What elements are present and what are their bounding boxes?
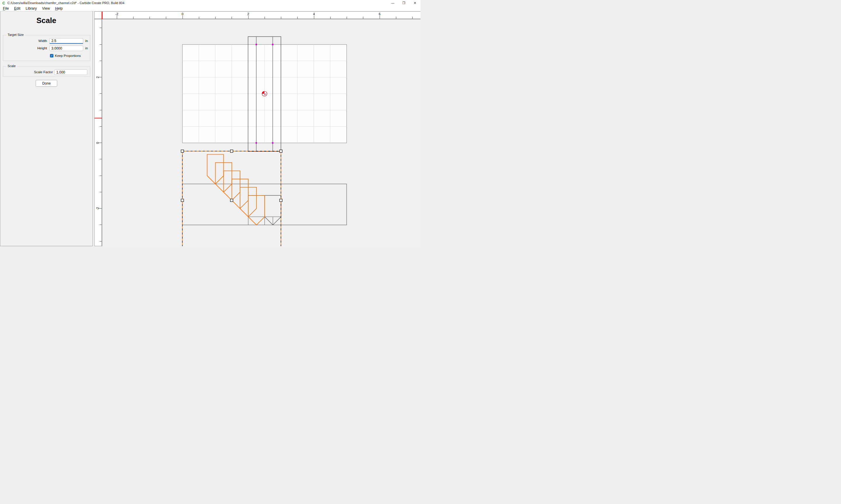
- design-canvas[interactable]: [102, 19, 421, 246]
- scale-panel: Scale Target Size Width in Height in ✓ K…: [0, 11, 93, 246]
- ruler-tick: [314, 16, 314, 19]
- ruler-tick: [100, 159, 102, 159]
- close-button[interactable]: ✕: [409, 0, 420, 6]
- ruler-tick: [199, 17, 199, 19]
- ruler-tick: [281, 17, 281, 19]
- menu-item-library[interactable]: Library: [26, 6, 37, 11]
- ruler-tick: [248, 16, 248, 19]
- ruler-tick: [380, 16, 380, 19]
- scale-factor-label: Scale Factor: [18, 70, 53, 74]
- height-input[interactable]: [49, 46, 83, 51]
- ruler-tick: [100, 126, 102, 127]
- scale-group: Scale Scale Factor: [3, 66, 90, 77]
- done-button[interactable]: Done: [36, 80, 57, 87]
- ruler-tick: [100, 192, 102, 192]
- menu-bar: FileEditLibraryViewHelp: [0, 6, 420, 11]
- ruler-tick: [100, 93, 102, 94]
- ruler-tick: [183, 16, 183, 19]
- ruler-tick: [100, 224, 102, 225]
- selection-handle[interactable]: [279, 150, 282, 152]
- selection-handle[interactable]: [230, 150, 233, 152]
- height-unit-label: in: [85, 47, 88, 50]
- selection-handle[interactable]: [181, 199, 184, 201]
- keep-proportions-label: Keep Proportions: [55, 54, 81, 57]
- ruler-label: 0: [179, 12, 186, 16]
- selection-handle[interactable]: [230, 199, 233, 201]
- ruler-tick: [412, 17, 413, 19]
- width-label: Width: [19, 39, 47, 42]
- ruler-label: 4: [311, 12, 317, 16]
- vector-node: [256, 44, 257, 45]
- ruler-cursor-x-marker: [102, 12, 103, 19]
- ruler-label: 2: [95, 74, 101, 80]
- vector-node: [256, 142, 257, 144]
- ruler-tick: [100, 241, 102, 241]
- ruler-label: 6: [376, 12, 383, 16]
- vertical-ruler: 20-2: [94, 19, 102, 246]
- menu-item-file[interactable]: File: [3, 6, 9, 11]
- ruler-tick: [231, 17, 232, 19]
- vector-node: [272, 44, 273, 45]
- ruler-tick: [297, 17, 297, 19]
- width-unit-label: in: [85, 39, 88, 42]
- vector-node: [272, 142, 273, 144]
- maximize-button[interactable]: ❐: [398, 0, 409, 6]
- ruler-label: 0: [95, 140, 101, 146]
- horizontal-ruler: -20246: [94, 11, 420, 19]
- ruler-cursor-y-marker: [94, 118, 102, 119]
- minimize-button[interactable]: —: [387, 0, 398, 6]
- selection-handle[interactable]: [181, 150, 184, 152]
- ruler-tick: [100, 110, 102, 110]
- ruler-label: 2: [245, 12, 252, 16]
- window-controls: — ❐ ✕: [387, 0, 420, 6]
- page-title: Scale: [0, 16, 92, 25]
- drawing-layer: [102, 19, 421, 246]
- height-label: Height: [19, 47, 47, 50]
- ruler-tick: [347, 17, 347, 19]
- ruler-tick: [264, 17, 265, 19]
- ruler-tick: [100, 176, 102, 176]
- target-size-group: Target Size Width in Height in ✓ Keep Pr…: [3, 35, 90, 61]
- ruler-tick: [363, 17, 363, 19]
- target-size-group-label: Target Size: [6, 33, 25, 36]
- title-bar: C C:/Users/willa/Downloads/chamfer_chann…: [0, 0, 420, 6]
- ruler-label: -2: [95, 205, 101, 212]
- ruler-label: -2: [114, 12, 120, 16]
- app-logo-icon: C: [2, 1, 5, 5]
- ruler-tick: [150, 17, 150, 19]
- selection-handle[interactable]: [279, 199, 282, 201]
- scale-factor-input[interactable]: [54, 69, 87, 75]
- ruler-tick: [215, 17, 216, 19]
- menu-item-edit[interactable]: Edit: [14, 6, 20, 11]
- ruler-tick: [166, 17, 166, 19]
- keep-proportions-checkbox[interactable]: ✓: [50, 54, 53, 57]
- scale-group-label: Scale: [6, 64, 17, 68]
- ruler-tick: [133, 17, 134, 19]
- menu-item-view[interactable]: View: [42, 6, 50, 11]
- window-title: C:/Users/willa/Downloads/chamfer_channel…: [7, 1, 124, 5]
- width-input[interactable]: [49, 38, 83, 44]
- ruler-tick: [396, 17, 396, 19]
- menu-item-help[interactable]: Help: [55, 6, 63, 11]
